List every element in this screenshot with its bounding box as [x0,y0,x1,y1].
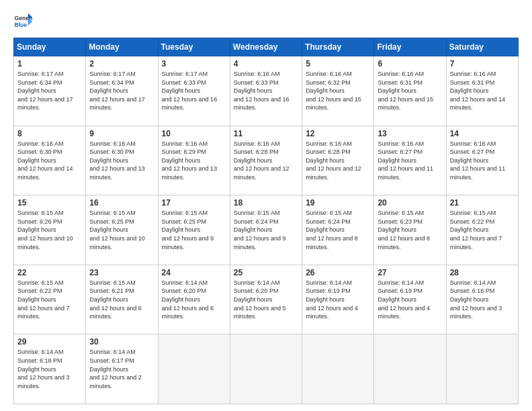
day-number: 22 [17,268,82,277]
day-number: 11 [234,129,298,138]
day-info: Sunrise: 6:16 AMSunset: 6:31 PMDaylight … [378,70,442,112]
calendar-week-row: 1Sunrise: 6:17 AMSunset: 6:34 PMDaylight… [14,56,519,126]
day-info: Sunrise: 6:16 AMSunset: 6:27 PMDaylight … [378,140,442,182]
day-number: 30 [89,337,154,347]
day-info: Sunrise: 6:15 AMSunset: 6:22 PMDaylight … [17,279,82,321]
day-info: Sunrise: 6:15 AMSunset: 6:22 PMDaylight … [450,209,515,251]
day-number: 2 [89,59,154,68]
day-number: 6 [378,59,442,68]
day-info: Sunrise: 6:16 AMSunset: 6:32 PMDaylight … [306,70,370,112]
day-number: 8 [17,129,82,138]
day-info: Sunrise: 6:15 AMSunset: 6:24 PMDaylight … [306,209,370,251]
calendar-header-row: SundayMondayTuesdayWednesdayThursdayFrid… [14,38,519,56]
calendar-cell: 4Sunrise: 6:16 AMSunset: 6:33 PMDaylight… [230,56,302,126]
calendar-cell: 10Sunrise: 6:16 AMSunset: 6:29 PMDayligh… [158,126,230,195]
calendar-cell: 20Sunrise: 6:15 AMSunset: 6:23 PMDayligh… [374,195,446,265]
calendar-cell: 8Sunrise: 6:16 AMSunset: 6:30 PMDaylight… [14,126,86,195]
day-number: 17 [162,198,226,208]
weekday-header: Monday [86,38,158,56]
calendar-cell: 17Sunrise: 6:15 AMSunset: 6:25 PMDayligh… [158,195,230,265]
calendar-cell: 28Sunrise: 6:14 AMSunset: 6:18 PMDayligh… [446,265,518,334]
day-info: Sunrise: 6:15 AMSunset: 6:26 PMDaylight … [17,209,82,251]
day-info: Sunrise: 6:14 AMSunset: 6:18 PMDaylight … [450,279,515,321]
day-number: 27 [378,268,442,277]
calendar-cell: 16Sunrise: 6:15 AMSunset: 6:25 PMDayligh… [86,195,158,265]
calendar-cell [230,334,302,404]
calendar-week-row: 15Sunrise: 6:15 AMSunset: 6:26 PMDayligh… [14,195,519,265]
day-number: 7 [450,59,515,68]
calendar-cell: 21Sunrise: 6:15 AMSunset: 6:22 PMDayligh… [446,195,518,265]
day-info: Sunrise: 6:17 AMSunset: 6:34 PMDaylight … [17,70,82,112]
day-info: Sunrise: 6:17 AMSunset: 6:33 PMDaylight … [162,70,226,112]
calendar-cell: 12Sunrise: 6:16 AMSunset: 6:28 PMDayligh… [302,126,374,195]
weekday-header: Tuesday [158,38,230,56]
calendar-cell: 1Sunrise: 6:17 AMSunset: 6:34 PMDaylight… [14,56,86,126]
calendar-cell: 14Sunrise: 6:16 AMSunset: 6:27 PMDayligh… [446,126,518,195]
calendar-cell [446,334,518,404]
day-info: Sunrise: 6:15 AMSunset: 6:25 PMDaylight … [89,209,154,251]
day-number: 21 [450,198,515,208]
day-info: Sunrise: 6:14 AMSunset: 6:19 PMDaylight … [378,279,442,321]
calendar-cell: 25Sunrise: 6:14 AMSunset: 6:20 PMDayligh… [230,265,302,334]
calendar-cell: 30Sunrise: 6:14 AMSunset: 6:17 PMDayligh… [86,334,158,404]
day-info: Sunrise: 6:17 AMSunset: 6:34 PMDaylight … [89,70,154,112]
day-info: Sunrise: 6:14 AMSunset: 6:17 PMDaylight … [89,348,154,390]
day-number: 19 [306,198,370,208]
day-number: 28 [450,268,515,277]
calendar-cell: 24Sunrise: 6:14 AMSunset: 6:20 PMDayligh… [158,265,230,334]
calendar-cell [302,334,374,404]
day-info: Sunrise: 6:16 AMSunset: 6:29 PMDaylight … [162,140,226,182]
weekday-header: Friday [374,38,446,56]
day-number: 5 [306,59,370,68]
day-info: Sunrise: 6:14 AMSunset: 6:20 PMDaylight … [162,279,226,321]
calendar-cell: 22Sunrise: 6:15 AMSunset: 6:22 PMDayligh… [14,265,86,334]
day-info: Sunrise: 6:15 AMSunset: 6:21 PMDaylight … [89,279,154,321]
day-number: 10 [162,129,226,138]
day-number: 1 [17,59,82,68]
calendar-week-row: 8Sunrise: 6:16 AMSunset: 6:30 PMDaylight… [14,126,519,195]
day-number: 16 [89,198,154,208]
calendar-cell: 18Sunrise: 6:15 AMSunset: 6:24 PMDayligh… [230,195,302,265]
logo: General Blue [13,12,32,31]
day-number: 18 [234,198,298,208]
calendar-cell: 9Sunrise: 6:16 AMSunset: 6:30 PMDaylight… [86,126,158,195]
day-info: Sunrise: 6:16 AMSunset: 6:30 PMDaylight … [89,140,154,182]
page: General Blue SundayMondayTuesdayWednesda… [0,0,532,411]
weekday-header: Saturday [446,38,518,56]
weekday-header: Wednesday [230,38,302,56]
calendar-cell: 23Sunrise: 6:15 AMSunset: 6:21 PMDayligh… [86,265,158,334]
day-number: 29 [17,337,82,347]
calendar-cell: 27Sunrise: 6:14 AMSunset: 6:19 PMDayligh… [374,265,446,334]
day-info: Sunrise: 6:16 AMSunset: 6:33 PMDaylight … [234,70,298,112]
day-info: Sunrise: 6:16 AMSunset: 6:31 PMDaylight … [450,70,515,112]
calendar-cell: 3Sunrise: 6:17 AMSunset: 6:33 PMDaylight… [158,56,230,126]
day-info: Sunrise: 6:14 AMSunset: 6:18 PMDaylight … [17,348,82,390]
day-number: 15 [17,198,82,208]
day-number: 23 [89,268,154,277]
day-info: Sunrise: 6:15 AMSunset: 6:23 PMDaylight … [378,209,442,251]
svg-text:Blue: Blue [15,21,28,28]
calendar-cell: 19Sunrise: 6:15 AMSunset: 6:24 PMDayligh… [302,195,374,265]
calendar-cell [374,334,446,404]
day-number: 25 [234,268,298,277]
logo-icon: General Blue [13,12,32,31]
day-number: 9 [89,129,154,138]
calendar-cell: 7Sunrise: 6:16 AMSunset: 6:31 PMDaylight… [446,56,518,126]
day-info: Sunrise: 6:15 AMSunset: 6:24 PMDaylight … [234,209,298,251]
day-info: Sunrise: 6:16 AMSunset: 6:28 PMDaylight … [306,140,370,182]
calendar-week-row: 29Sunrise: 6:14 AMSunset: 6:18 PMDayligh… [14,334,519,404]
day-number: 20 [378,198,442,208]
calendar-cell: 15Sunrise: 6:15 AMSunset: 6:26 PMDayligh… [14,195,86,265]
day-info: Sunrise: 6:14 AMSunset: 6:20 PMDaylight … [234,279,298,321]
calendar-cell: 26Sunrise: 6:14 AMSunset: 6:19 PMDayligh… [302,265,374,334]
calendar-cell: 13Sunrise: 6:16 AMSunset: 6:27 PMDayligh… [374,126,446,195]
day-number: 3 [162,59,226,68]
calendar-cell: 29Sunrise: 6:14 AMSunset: 6:18 PMDayligh… [14,334,86,404]
calendar-table: SundayMondayTuesdayWednesdayThursdayFrid… [13,38,519,404]
day-info: Sunrise: 6:15 AMSunset: 6:25 PMDaylight … [162,209,226,251]
header: General Blue [13,12,519,31]
weekday-header: Thursday [302,38,374,56]
calendar-week-row: 22Sunrise: 6:15 AMSunset: 6:22 PMDayligh… [14,265,519,334]
calendar-cell: 5Sunrise: 6:16 AMSunset: 6:32 PMDaylight… [302,56,374,126]
day-info: Sunrise: 6:16 AMSunset: 6:30 PMDaylight … [17,140,82,182]
